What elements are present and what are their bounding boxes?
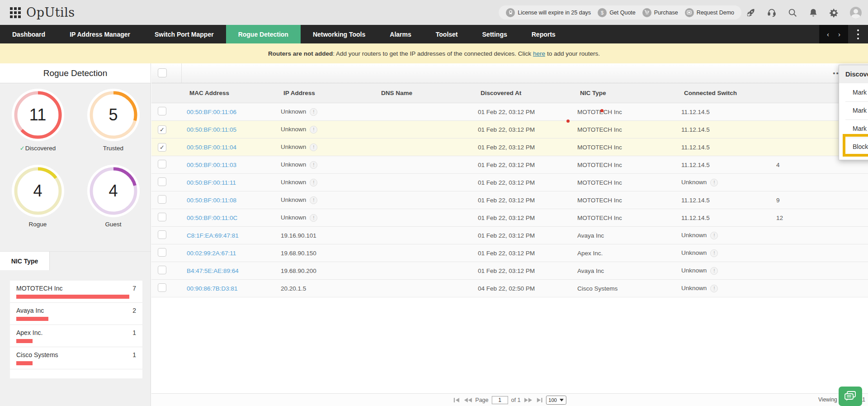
column-header-connected-switch[interactable]: Connected Switch xyxy=(673,90,768,96)
tab-settings[interactable]: Settings xyxy=(470,25,519,43)
row-checkbox[interactable] xyxy=(158,160,166,168)
row-checkbox[interactable] xyxy=(158,107,166,115)
discovered-at-cell: 01 Feb 22, 03:12 PM xyxy=(470,267,569,274)
stat-label: Trusted xyxy=(103,145,123,152)
column-header-discovered-at[interactable]: Discovered At xyxy=(470,90,569,96)
unknown-warning-icon[interactable]: ! xyxy=(310,179,317,186)
banner-bold-text: Routers are not added xyxy=(268,50,333,57)
first-page-icon[interactable] xyxy=(453,397,460,403)
unknown-warning-icon[interactable]: ! xyxy=(310,143,317,151)
unknown-warning-icon[interactable]: ! xyxy=(710,285,718,292)
nic-vendor-row[interactable]: Cisco Systems1 xyxy=(10,347,142,369)
tab-reports[interactable]: Reports xyxy=(519,25,568,43)
nav-scroll-left-icon[interactable]: ‹ xyxy=(827,30,829,38)
menu-item-mark-as-guest[interactable]: Mark as Guest xyxy=(839,101,868,119)
unknown-warning-icon[interactable]: ! xyxy=(710,179,718,186)
unknown-warning-icon[interactable]: ! xyxy=(310,214,317,222)
mac-address-link[interactable]: B4:47:5E:AE:89:64 xyxy=(187,267,239,274)
mac-address-link[interactable]: 00:50:BF:00:11:04 xyxy=(187,144,236,151)
row-checkbox[interactable]: ✓ xyxy=(158,143,166,152)
column-header-ip-address[interactable]: IP Address xyxy=(273,90,370,96)
ip-address-cell: Unknown! xyxy=(273,196,370,204)
tab-rogue-detection[interactable]: Rogue Detection xyxy=(226,25,301,43)
tab-dashboard[interactable]: Dashboard xyxy=(0,25,57,43)
row-checkbox[interactable] xyxy=(158,177,166,186)
select-all-checkbox[interactable] xyxy=(158,68,167,77)
column-header-mac-address[interactable]: MAC Address xyxy=(179,90,273,96)
discovered-at-cell: 01 Feb 22, 03:12 PM xyxy=(470,126,569,133)
stat-guest[interactable]: 4Guest xyxy=(75,165,151,241)
discovered-at-cell: 04 Feb 22, 02:50 PM xyxy=(470,285,569,292)
ip-address-cell: Unknown! xyxy=(273,179,370,186)
table-body: 00:50:BF:00:11:06Unknown!01 Feb 22, 03:1… xyxy=(151,103,868,297)
row-checkbox[interactable] xyxy=(158,283,166,292)
menu-item-mark-as-rogue[interactable]: Mark as Rogue xyxy=(839,119,868,138)
notifications-bell-icon[interactable] xyxy=(808,8,818,18)
tab-alarms[interactable]: Alarms xyxy=(377,25,423,43)
stat-trusted[interactable]: 5Trusted xyxy=(75,89,151,165)
app-grid-icon[interactable] xyxy=(10,7,21,18)
search-icon[interactable] xyxy=(788,8,797,18)
tab-ip-address-manager[interactable]: IP Address Manager xyxy=(57,25,142,43)
mac-address-link[interactable]: 00:50:BF:00:11:0C xyxy=(187,215,237,221)
last-page-icon[interactable] xyxy=(535,397,542,403)
stat-discovered[interactable]: 11✓Discovered xyxy=(0,89,75,165)
nic-type-cell: MOTOTECH Inc xyxy=(569,197,673,204)
row-checkbox[interactable] xyxy=(158,213,166,221)
mac-address-link[interactable]: C8:1F:EA:69:47:81 xyxy=(187,232,239,239)
mac-address-link[interactable]: 00:90:86:7B:D3:81 xyxy=(187,285,238,292)
nav-more-menu-icon[interactable] xyxy=(854,29,863,39)
unknown-warning-icon[interactable]: ! xyxy=(310,126,317,134)
stat-rogue[interactable]: 4Rogue xyxy=(0,165,75,241)
unknown-warning-icon[interactable]: ! xyxy=(310,108,317,116)
license-status[interactable]: License will expire in 25 days xyxy=(506,8,591,17)
row-checkbox[interactable]: ✓ xyxy=(158,125,166,134)
feedback-chat-icon[interactable] xyxy=(839,387,862,406)
mac-address-link[interactable]: 00:50:BF:00:11:05 xyxy=(187,126,236,133)
unknown-warning-icon[interactable]: ! xyxy=(710,232,718,239)
menu-item-block-unblock-switch-port[interactable]: Block/UnBlock Switch Port xyxy=(839,138,868,156)
add-routers-link[interactable]: here xyxy=(533,50,545,57)
tab-toolset[interactable]: Toolset xyxy=(424,25,470,43)
page-size-select[interactable]: 100 xyxy=(546,396,566,405)
get-quote-button[interactable]: $ Get Quote xyxy=(598,8,636,17)
vendor-bar xyxy=(16,339,33,343)
column-header-nic-type[interactable]: NIC Type xyxy=(569,90,673,96)
column-header-dns-name[interactable]: DNS Name xyxy=(370,90,470,96)
row-checkbox[interactable] xyxy=(158,266,166,274)
mac-address-link[interactable]: 00:50:BF:00:11:11 xyxy=(187,179,236,186)
purchase-button[interactable]: Purchase xyxy=(642,8,678,17)
request-demo-button[interactable]: Request Demo xyxy=(685,8,734,17)
unknown-warning-icon[interactable]: ! xyxy=(310,196,317,204)
nic-vendor-row[interactable]: Apex Inc.1 xyxy=(10,325,142,347)
unknown-warning-icon[interactable]: ! xyxy=(710,267,718,275)
nic-vendor-row[interactable]: MOTOTECH Inc7 xyxy=(10,281,142,303)
mac-address-link[interactable]: 00:50:BF:00:11:03 xyxy=(187,162,236,168)
unknown-warning-icon[interactable]: ! xyxy=(310,161,317,169)
next-page-icon[interactable] xyxy=(524,397,532,403)
settings-gear-icon[interactable] xyxy=(829,8,839,18)
row-checkbox[interactable] xyxy=(158,248,166,257)
row-checkbox[interactable] xyxy=(158,230,166,239)
nic-type-cell: Cisco Systems xyxy=(569,285,673,292)
banner-tail-text: to add your routers. xyxy=(547,50,600,57)
table-toolbar: ••• xyxy=(151,63,868,83)
tab-switch-port-mapper[interactable]: Switch Port Mapper xyxy=(142,25,226,43)
rocket-icon[interactable] xyxy=(746,8,756,18)
support-headset-icon[interactable] xyxy=(767,8,777,18)
nic-vendor-row[interactable]: Avaya Inc2 xyxy=(10,303,142,325)
unknown-warning-icon[interactable]: ! xyxy=(710,249,718,257)
page-number-input[interactable] xyxy=(491,396,508,404)
mac-address-link[interactable]: 00:02:99:2A:67:11 xyxy=(187,250,236,257)
mac-address-link[interactable]: 00:50:BF:00:11:06 xyxy=(187,109,236,115)
connected-switch-cell: Unknown! xyxy=(673,249,768,257)
nav-scroll-right-icon[interactable]: › xyxy=(838,30,840,38)
row-checkbox[interactable] xyxy=(158,195,166,204)
user-avatar[interactable] xyxy=(850,7,862,19)
check-icon: ✓ xyxy=(20,145,25,152)
prev-page-icon[interactable] xyxy=(463,397,472,403)
menu-item-mark-as-trusted[interactable]: Mark as Trusted xyxy=(839,83,868,101)
tab-nic-type[interactable]: NIC Type xyxy=(0,252,50,270)
tab-networking-tools[interactable]: Networking Tools xyxy=(301,25,377,43)
mac-address-link[interactable]: 00:50:BF:00:11:08 xyxy=(187,197,236,204)
